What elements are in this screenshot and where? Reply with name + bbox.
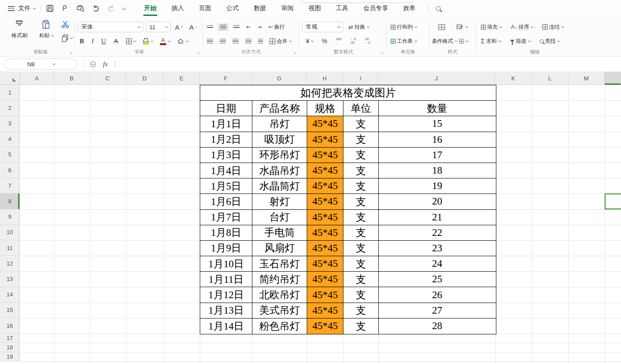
table-cell[interactable]: 28 [379,318,495,334]
active-cell-n8[interactable] [605,193,621,209]
column-header-J[interactable]: J [378,72,495,85]
column-header-M[interactable]: M [568,72,605,85]
convert-button[interactable]: ⇄转换 [347,23,370,32]
hamburger-menu-icon[interactable] [8,6,15,11]
row-header-11[interactable]: 11 [0,240,20,256]
align-left-button[interactable] [205,38,215,45]
table-cell[interactable]: 45*45 [307,272,343,287]
print-preview-button[interactable] [76,4,85,12]
row-header-7[interactable]: 7 [0,178,20,193]
column-header-n[interactable] [605,72,621,85]
table-cell[interactable]: 45*45 [307,148,343,163]
table-cell[interactable]: 简约吊灯 [252,272,307,287]
table-cell[interactable]: 台灯 [252,210,307,225]
table-cell[interactable]: 45*45 [307,303,343,318]
sort-button[interactable]: A↓排序 [509,23,534,32]
search-icon[interactable] [436,6,441,11]
row-header-2[interactable]: 2 [0,100,20,116]
table-cell[interactable]: 45*45 [307,225,343,240]
table-cell[interactable]: 45*45 [307,194,343,209]
format-painter-button[interactable]: 格式刷 [8,19,31,39]
row-header-5[interactable]: 5 [0,147,20,163]
dialog-launcher-icon[interactable]: ↘ [69,50,72,55]
table-cell[interactable]: 1月7日 [200,210,252,225]
table-cell[interactable]: 23 [379,241,495,256]
column-header-I[interactable]: I [343,72,378,85]
redo-button[interactable] [107,4,115,12]
table-cell[interactable]: 支 [343,194,379,209]
table-cell[interactable]: 24 [379,256,495,271]
table-cell[interactable]: 26 [379,287,495,302]
table-cell[interactable]: 支 [343,318,379,334]
column-header-E[interactable]: E [164,72,200,85]
dialog-launcher-icon[interactable]: ↘ [380,50,384,55]
tab-formulas[interactable]: 公式 [219,0,246,17]
table-cell[interactable]: 16 [379,132,495,147]
underline-button[interactable]: U [99,37,108,46]
column-header-A[interactable]: A [20,72,54,85]
table-cell[interactable]: 北欧吊灯 [252,287,307,302]
undo-button[interactable] [92,4,100,12]
table-cell[interactable]: 22 [379,225,495,240]
table-cell[interactable]: 45*45 [307,241,343,256]
table-cell[interactable]: 45*45 [307,256,343,271]
quick-access-more-icon[interactable] [122,6,126,10]
table-cell[interactable]: 19 [379,178,495,193]
table-cell[interactable]: 1月11日 [200,272,252,287]
tab-page[interactable]: 页面 [191,0,219,17]
table-cell[interactable]: 支 [343,163,379,178]
column-header-K[interactable]: K [495,72,532,85]
row-header-14[interactable]: 14 [0,287,20,303]
table-cell[interactable]: 27 [379,303,495,318]
increase-indent-button[interactable]: ⇥ [255,23,263,31]
table-cell[interactable]: 吸顶灯 [252,132,307,147]
sheet-grid[interactable]: 如何把表格变成图片日期产品名称规格单位数量1月1日吊灯45*45支151月2日吸… [0,72,621,364]
distribute-button[interactable] [256,38,265,45]
table-cell[interactable]: 25 [379,272,495,287]
sum-button[interactable]: Σ求和 [479,37,502,46]
column-header-G[interactable]: G [252,72,307,85]
row-header-15[interactable]: 15 [0,303,20,318]
table-cell[interactable]: 环形吊灯 [252,148,307,163]
font-family-select[interactable]: 宋体 [78,22,143,32]
table-cell[interactable]: 支 [343,256,379,271]
table-cell[interactable]: 支 [343,116,379,131]
currency-button[interactable]: ¥ [304,37,315,46]
copy-button[interactable] [61,34,72,42]
select-all-corner[interactable] [0,72,20,85]
freeze-button[interactable]: 冻结 [541,23,565,32]
column-header-H[interactable]: H [307,72,343,85]
merge-cells-button[interactable]: 合并 [268,37,293,46]
tab-home[interactable]: 开始 [137,0,164,17]
header-cell[interactable]: 日期 [200,101,252,116]
header-cell[interactable]: 规格 [307,101,343,116]
row-header-10[interactable]: 10 [0,225,20,240]
table-cell[interactable]: 1月6日 [200,194,252,209]
table-cell[interactable]: 支 [343,303,379,318]
paste-button[interactable]: 粘贴 [35,19,57,39]
conditional-format-button[interactable]: 条件格式 [431,37,457,46]
formula-input-caret[interactable] [115,61,115,68]
decrease-indent-button[interactable]: ⇤ [244,23,252,31]
table-cell[interactable]: 1月1日 [200,116,252,131]
decrease-font-button[interactable]: A− [187,23,199,32]
cell-style-button[interactable] [455,23,469,31]
row-header-17[interactable]: 17 [0,334,20,343]
column-header-L[interactable]: L [532,72,568,85]
table-cell[interactable]: 水晶筒灯 [252,178,307,193]
file-menu[interactable]: 文件 [18,4,35,12]
column-header-C[interactable]: C [90,72,126,85]
row-header-6[interactable]: 6 [0,163,20,178]
increase-font-button[interactable]: A+ [173,23,185,32]
table-cell[interactable]: 17 [379,148,495,163]
filter-button[interactable]: 筛选 [508,37,532,46]
cut-button[interactable] [61,20,72,30]
align-right-button[interactable] [231,38,240,45]
table-cell[interactable]: 1月4日 [200,163,252,178]
row-header-8[interactable]: 8 [0,193,20,209]
thousands-button[interactable]: 000, [334,37,343,46]
table-title-cell[interactable]: 如何把表格变成图片 [200,85,496,101]
tab-review[interactable]: 审阅 [274,0,301,17]
table-cell[interactable]: 1月9日 [200,241,252,256]
row-header-9[interactable]: 9 [0,209,20,225]
